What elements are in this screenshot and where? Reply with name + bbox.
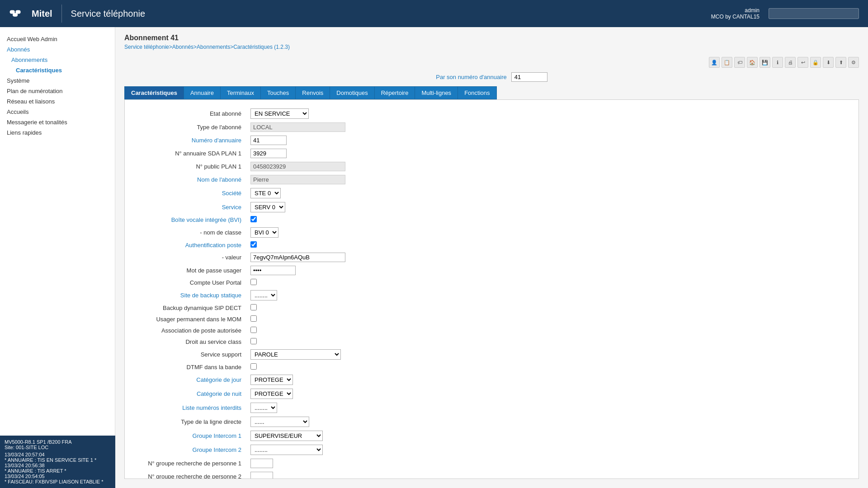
toolbar-copy-icon[interactable]: 📋 <box>722 57 732 68</box>
sidebar-item-abonnes[interactable]: Abonnés <box>0 44 115 55</box>
sidebar-footer: MV5000-R8.1 SP1 /B200 FRA Site: 001-SITE… <box>0 436 115 488</box>
toolbar-tag-icon[interactable]: 🏷 <box>734 57 745 68</box>
input-groupe-recherche2[interactable] <box>250 472 273 479</box>
select-groupe-intercom1[interactable]: SUPERVISE/EUR <box>250 431 323 441</box>
header: Mitel Service téléphonie admin MCO by CA… <box>0 0 868 27</box>
toolbar-lock-icon[interactable]: 🔒 <box>810 57 821 68</box>
content-panel: Etat abonné EN SERVICE HORS SERVICE Type… <box>124 99 859 479</box>
row-annuaire-sda: N° annuaire SDA PLAN 1 <box>134 147 849 160</box>
checkbox-usager-mom[interactable] <box>250 315 257 322</box>
label-bvi: Boîte vocale intégrée (BVI) <box>134 214 247 225</box>
row-numero-annuaire: Numéro d'annuaire <box>134 134 849 147</box>
sidebar-item-accueil[interactable]: Accueil Web Admin <box>0 34 115 44</box>
tab-touches[interactable]: Touches <box>260 86 295 99</box>
input-valeur[interactable] <box>250 253 345 262</box>
logo-text: Mitel <box>32 9 52 19</box>
label-auth-poste: Authentification poste <box>134 239 247 251</box>
row-nom-abonne: Nom de l'abonné <box>134 173 849 186</box>
select-service[interactable]: SERV 0 <box>250 202 285 212</box>
toolbar-undo-icon[interactable]: ↩ <box>797 57 808 68</box>
input-mot-passe[interactable] <box>250 266 296 275</box>
row-mot-passe: Mot de passe usager <box>134 264 849 277</box>
row-groupe-intercom2: Groupe Intercom 2 ........ <box>134 443 849 457</box>
toolbar-saveas-icon[interactable]: 💾 <box>760 57 770 68</box>
select-categorie-nuit[interactable]: PROTEGE <box>250 389 293 399</box>
select-categorie-jour[interactable]: PROTEGE <box>250 375 293 385</box>
input-groupe-recherche1[interactable] <box>250 459 273 468</box>
label-ligne-directe: Type de la ligne directe <box>134 415 247 429</box>
select-ligne-directe[interactable]: ...... <box>250 417 309 427</box>
toolbar-upload-icon[interactable]: ⬆ <box>835 57 846 68</box>
select-service-support[interactable]: PAROLE <box>250 349 341 360</box>
row-ligne-directe: Type de la ligne directe ...... <box>134 415 849 429</box>
header-user: admin MCO by CANTAL15 <box>711 7 760 20</box>
label-groupe-intercom1: Groupe Intercom 1 <box>134 429 247 443</box>
tab-domotiques[interactable]: Domotiques <box>330 86 374 99</box>
checkbox-backup-sip[interactable] <box>250 304 257 310</box>
toolbar-info-icon[interactable]: ℹ <box>772 57 783 68</box>
select-groupe-intercom2[interactable]: ........ <box>250 445 323 455</box>
tab-multi-lignes[interactable]: Multi-lignes <box>415 86 458 99</box>
row-groupe-recherche2: N° groupe recherche de personne 2 <box>134 470 849 479</box>
select-backup-statique[interactable]: ........ <box>250 290 277 300</box>
input-annuaire-sda[interactable] <box>250 149 287 158</box>
select-etat-abonne[interactable]: EN SERVICE HORS SERVICE <box>250 108 309 119</box>
select-nom-classe[interactable]: BVI 0 <box>250 227 278 238</box>
checkbox-dtmf[interactable] <box>250 363 257 370</box>
tab-repertoire[interactable]: Répertoire <box>374 86 415 99</box>
label-liste-interdits: Liste numéros interdits <box>134 401 247 415</box>
label-groupe-recherche2: N° groupe recherche de personne 2 <box>134 470 247 479</box>
input-nom-abonne[interactable] <box>250 175 345 184</box>
label-nom-abonne: Nom de l'abonné <box>134 173 247 186</box>
select-societe[interactable]: STE 0 <box>250 188 281 198</box>
tab-renvois[interactable]: Renvois <box>295 86 330 99</box>
footer-line1: MV5000-R8.1 SP1 /B200 FRA <box>5 439 111 445</box>
breadcrumb: Service téléphonie>Abonnés>Abonnements>C… <box>124 44 859 50</box>
tab-annuaire[interactable]: Annuaire <box>184 86 220 99</box>
tab-caracteristiques[interactable]: Caractéristiques <box>124 86 184 99</box>
sidebar-item-caracteristiques[interactable]: Caractéristiques <box>0 65 115 75</box>
checkbox-droit-service[interactable] <box>250 338 257 344</box>
row-type-abonne: Type de l'abonné <box>134 121 849 134</box>
label-service: Service <box>134 200 247 214</box>
directory-row: Par son numéro d'annuaire <box>124 72 859 82</box>
checkbox-auth-poste[interactable] <box>250 241 257 248</box>
toolbar-home-icon[interactable]: 🏠 <box>747 57 758 68</box>
sidebar-item-reseau[interactable]: Réseau et liaisons <box>0 96 115 107</box>
search-input[interactable] <box>769 8 859 19</box>
label-categorie-jour: Catégorie de jour <box>134 373 247 387</box>
toolbar-settings-icon[interactable]: ⚙ <box>848 57 859 68</box>
tab-fonctions[interactable]: Fonctions <box>458 86 496 99</box>
row-droit-service: Droit au service class <box>134 336 849 347</box>
sidebar-item-liens[interactable]: Liens rapides <box>0 127 115 138</box>
select-liste-interdits[interactable]: ........ <box>250 403 277 413</box>
row-valeur: - valeur <box>134 251 849 264</box>
label-etat-abonne: Etat abonné <box>134 107 247 121</box>
label-droit-service: Droit au service class <box>134 336 247 347</box>
label-dtmf: DTMF dans la bande <box>134 361 247 373</box>
row-nom-classe: - nom de classe BVI 0 <box>134 225 849 239</box>
checkbox-bvi[interactable] <box>250 216 257 222</box>
row-groupe-intercom1: Groupe Intercom 1 SUPERVISE/EUR <box>134 429 849 443</box>
toolbar-download-icon[interactable]: ⬇ <box>823 57 834 68</box>
row-liste-interdits: Liste numéros interdits ........ <box>134 401 849 415</box>
sidebar-item-messagerie[interactable]: Messagerie et tonalités <box>0 117 115 127</box>
sidebar-item-systeme[interactable]: Système <box>0 75 115 86</box>
sidebar-item-plan-num[interactable]: Plan de numérotation <box>0 86 115 96</box>
label-nom-classe: - nom de classe <box>134 225 247 239</box>
label-service-support: Service support <box>134 347 247 361</box>
row-backup-sip: Backup dynamique SIP DECT <box>134 302 849 314</box>
toolbar-print-icon[interactable]: 🖨 <box>785 57 796 68</box>
sidebar-item-abonnements[interactable]: Abonnements <box>0 55 115 65</box>
toolbar-user-icon[interactable]: 👤 <box>709 57 720 68</box>
footer-log2-msg: * ANNUAIRE : TIS ARRET * <box>5 468 111 474</box>
checkbox-assoc-poste[interactable] <box>250 327 257 333</box>
checkbox-compte-user[interactable] <box>250 279 257 285</box>
row-service-support: Service support PAROLE <box>134 347 849 361</box>
directory-input[interactable] <box>511 72 547 82</box>
row-assoc-poste: Association de poste autorisée <box>134 325 849 336</box>
footer-log2-date: 13/03/24 20:56:38 <box>5 463 111 468</box>
sidebar-item-accueils[interactable]: Accueils <box>0 107 115 117</box>
input-numero-annuaire[interactable] <box>250 136 287 145</box>
tab-terminaux[interactable]: Terminaux <box>220 86 260 99</box>
